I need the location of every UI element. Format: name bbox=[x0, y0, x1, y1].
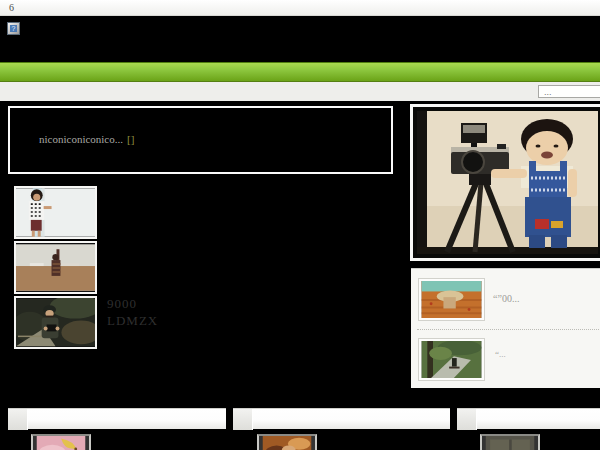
thumbnail-photo-2[interactable] bbox=[14, 241, 97, 294]
green-accent-bar bbox=[0, 62, 600, 82]
footer-photo-1[interactable] bbox=[31, 434, 91, 450]
feature-photo-frame[interactable] bbox=[410, 104, 600, 261]
footer-header-tab-2[interactable] bbox=[233, 409, 253, 430]
quote-text: niconiconiconico... bbox=[39, 133, 123, 145]
sidebar-list-item-2[interactable]: “... bbox=[411, 331, 600, 389]
child-with-camera-photo bbox=[417, 111, 598, 254]
quote-bracket-link[interactable]: [] bbox=[127, 133, 134, 145]
footer-header-tab-1[interactable] bbox=[8, 409, 28, 430]
dark-olive-photo bbox=[482, 436, 538, 450]
stats-count: 9000 bbox=[107, 296, 137, 312]
footer-header-bar-1 bbox=[8, 408, 226, 429]
man-in-woods-photo bbox=[16, 298, 95, 347]
sidebar-item-text: “”00... bbox=[493, 293, 519, 304]
page-root: 6 ? niconiconiconico... [] bbox=[0, 0, 600, 450]
footer-header-bar-3 bbox=[457, 408, 600, 429]
footer-column-1 bbox=[8, 407, 226, 450]
thumbnail-photo-3[interactable] bbox=[14, 296, 97, 349]
orange-field-photo bbox=[421, 281, 482, 318]
pink-still-life-photo bbox=[33, 436, 89, 450]
footer-header-tab-3[interactable] bbox=[457, 409, 477, 430]
dotted-divider bbox=[417, 329, 600, 330]
status-text: 6 bbox=[9, 2, 14, 13]
figure-in-field-photo bbox=[16, 243, 95, 292]
toolbar-strip bbox=[0, 82, 600, 101]
search-input[interactable] bbox=[538, 85, 600, 98]
stats-code: LDMZX bbox=[107, 313, 158, 329]
sidebar-thumb-1[interactable] bbox=[419, 279, 484, 320]
sidebar-item-text: “... bbox=[495, 349, 555, 359]
footer-photo-3[interactable] bbox=[480, 434, 540, 450]
sidebar-thumb-2[interactable] bbox=[419, 339, 484, 380]
sidebar-list-item-1[interactable]: “”00... bbox=[411, 271, 600, 329]
footer-photo-2[interactable] bbox=[257, 434, 317, 450]
sidebar-panel: “”00... “... bbox=[411, 268, 600, 388]
quote-box: niconiconiconico... [] bbox=[8, 106, 393, 174]
nav-band: ? bbox=[0, 17, 600, 62]
warm-portrait-photo bbox=[259, 436, 315, 450]
forest-path-photo bbox=[421, 341, 482, 378]
footer-header-bar-2 bbox=[233, 408, 450, 429]
footer-column-2 bbox=[233, 407, 450, 450]
footer-column-3 bbox=[457, 407, 600, 450]
thumbnail-photo-1[interactable] bbox=[14, 186, 97, 239]
top-status-bar: 6 bbox=[0, 0, 600, 16]
broken-image-icon[interactable]: ? bbox=[7, 22, 20, 35]
woman-patterned-top-photo bbox=[16, 188, 95, 237]
